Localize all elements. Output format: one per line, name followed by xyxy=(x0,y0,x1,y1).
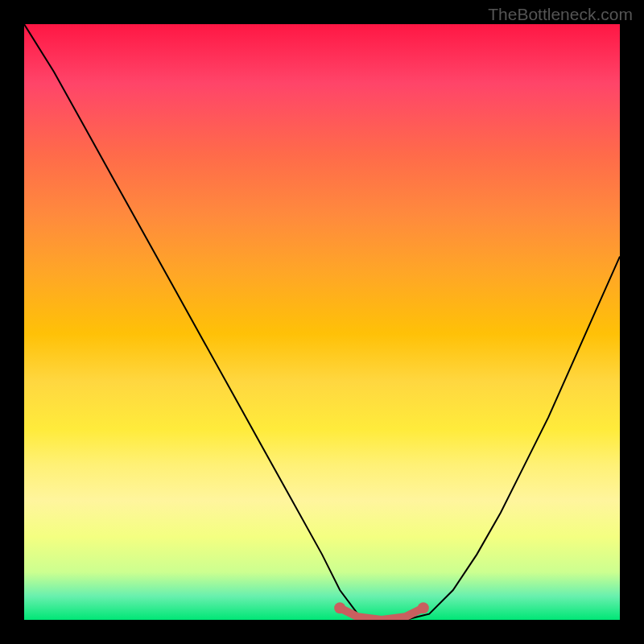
optimal-zone-marker xyxy=(340,608,423,620)
chart-container: TheBottleneck.com xyxy=(0,0,644,644)
watermark-text: TheBottleneck.com xyxy=(488,5,633,24)
plot-area xyxy=(24,24,620,620)
optimal-zone-dot xyxy=(418,602,429,613)
bottleneck-curve xyxy=(24,24,620,620)
optimal-zone-dot xyxy=(334,602,345,613)
curve-svg xyxy=(24,24,620,620)
frame-bottom xyxy=(0,620,644,644)
frame-left xyxy=(0,0,24,644)
frame-right xyxy=(620,0,644,644)
